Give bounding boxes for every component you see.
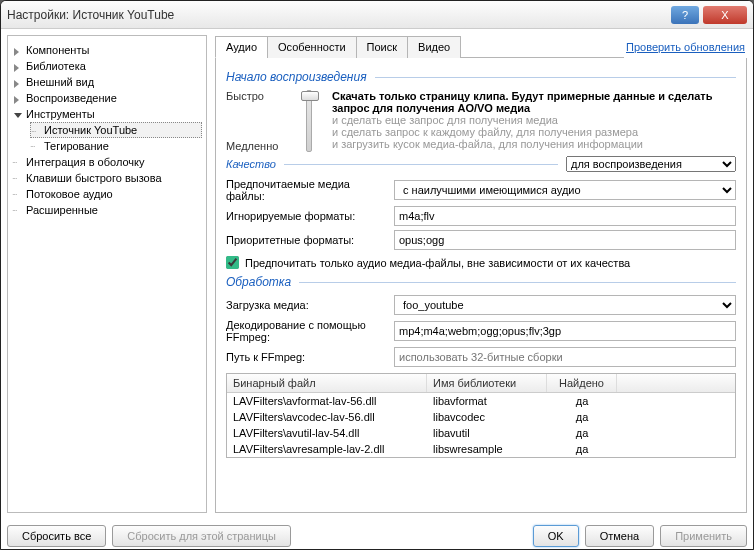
nav-tree[interactable]: Компоненты Библиотека Внешний вид Воспро… xyxy=(7,35,207,513)
tree-item-components[interactable]: Компоненты xyxy=(12,42,202,58)
apply-button[interactable]: Применить xyxy=(660,525,747,547)
check-updates-link[interactable]: Проверить обновления xyxy=(624,37,747,57)
section-playback-title: Начало воспроизведения xyxy=(226,70,736,84)
label-slow: Медленно xyxy=(226,140,286,152)
tree-item-streaming[interactable]: ···Потоковое аудио xyxy=(12,186,202,202)
th-binary[interactable]: Бинарный файл xyxy=(227,374,427,392)
tab-search[interactable]: Поиск xyxy=(356,36,408,58)
window-title: Настройки: Источник YouTube xyxy=(7,8,671,22)
main-panel: Аудио Особенности Поиск Видео Проверить … xyxy=(215,35,747,513)
media-load-select[interactable]: foo_youtube xyxy=(394,295,736,315)
tree-item-shortcuts[interactable]: ···Клавиши быстрого вызова xyxy=(12,170,202,186)
tree-item-playback[interactable]: Воспроизведение xyxy=(12,90,202,106)
cancel-button[interactable]: Отмена xyxy=(585,525,654,547)
tree-item-youtube-source[interactable]: ···Источник YouTube xyxy=(30,122,202,138)
table-row[interactable]: LAVFilters\avformat-lav-56.dlllibavforma… xyxy=(227,393,735,409)
label-ffmpeg-path: Путь к FFmpeg: xyxy=(226,351,386,363)
th-found[interactable]: Найдено xyxy=(547,374,617,392)
slider-thumb[interactable] xyxy=(301,91,319,101)
preferred-media-select[interactable]: с наилучшими имеющимися аудио xyxy=(394,180,736,200)
section-quality-title: Качество для воспроизведения xyxy=(226,156,736,172)
ignored-formats-input[interactable] xyxy=(394,206,736,226)
tree-item-shell[interactable]: ···Интеграция в оболочку xyxy=(12,154,202,170)
tree-item-tools[interactable]: Инструменты xyxy=(12,106,202,122)
tab-features[interactable]: Особенности xyxy=(267,36,357,58)
titlebar: Настройки: Источник YouTube ? X xyxy=(1,1,753,29)
settings-window: Настройки: Источник YouTube ? X Компонен… xyxy=(0,0,754,550)
tree-item-advanced[interactable]: ···Расширенные xyxy=(12,202,202,218)
reset-all-button[interactable]: Сбросить все xyxy=(7,525,106,547)
playback-descriptions: Скачать только страницу клипа. Будут при… xyxy=(332,90,736,152)
th-libname[interactable]: Имя библиотеки xyxy=(427,374,547,392)
tree-item-appearance[interactable]: Внешний вид xyxy=(12,74,202,90)
label-preferred-media: Предпочитаемые медиа файлы: xyxy=(226,178,386,202)
speed-slider[interactable] xyxy=(306,90,312,152)
dialog-footer: Сбросить все Сбросить для этой страницы … xyxy=(1,519,753,550)
table-row[interactable]: LAVFilters\avcodec-lav-56.dlllibavcodecд… xyxy=(227,409,735,425)
label-ignored-formats: Игнорируемые форматы: xyxy=(226,210,386,222)
tab-audio[interactable]: Аудио xyxy=(215,36,268,58)
label-media-load: Загрузка медиа: xyxy=(226,299,386,311)
label-fast: Быстро xyxy=(226,90,286,102)
label-ffmpeg-decode: Декодирование с помощью FFmpeg: xyxy=(226,319,386,343)
prefer-audio-label: Предпочитать только аудио медиа-файлы, в… xyxy=(245,257,630,269)
quality-mode-select[interactable]: для воспроизведения xyxy=(566,156,736,172)
tab-content: Начало воспроизведения Быстро Медленно С… xyxy=(215,58,747,513)
reset-page-button[interactable]: Сбросить для этой страницы xyxy=(112,525,291,547)
ffmpeg-decode-input[interactable] xyxy=(394,321,736,341)
table-row[interactable]: LAVFilters\avresample-lav-2.dlllibswresa… xyxy=(227,441,735,457)
tree-item-library[interactable]: Библиотека xyxy=(12,58,202,74)
table-row[interactable]: LAVFilters\avutil-lav-54.dlllibavutilда xyxy=(227,425,735,441)
section-processing-title: Обработка xyxy=(226,275,736,289)
tree-item-tagging[interactable]: ···Тегирование xyxy=(30,138,202,154)
ok-button[interactable]: OK xyxy=(533,525,579,547)
ffmpeg-path-input[interactable] xyxy=(394,347,736,367)
close-button[interactable]: X xyxy=(703,6,747,24)
help-button[interactable]: ? xyxy=(671,6,699,24)
tab-video[interactable]: Видео xyxy=(407,36,461,58)
libs-table: Бинарный файл Имя библиотеки Найдено LAV… xyxy=(226,373,736,458)
priority-formats-input[interactable] xyxy=(394,230,736,250)
label-priority-formats: Приоритетные форматы: xyxy=(226,234,386,246)
prefer-audio-checkbox[interactable] xyxy=(226,256,239,269)
tab-bar: Аудио Особенности Поиск Видео xyxy=(215,35,624,58)
